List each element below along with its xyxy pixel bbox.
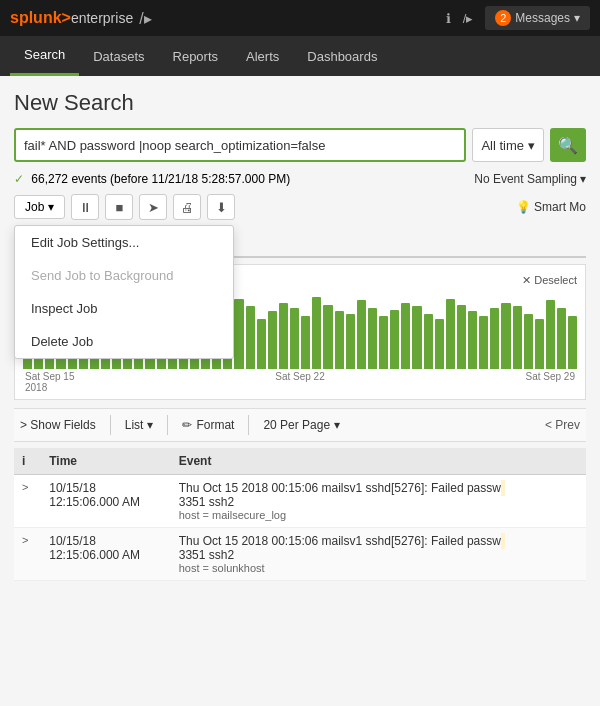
smart-mode[interactable]: 💡 Smart Mo [516,200,586,214]
show-fields-button[interactable]: > Show Fields [14,416,102,434]
print-icon: 🖨 [181,200,194,215]
messages-arrow-icon: ▾ [574,11,580,25]
chart-bar [546,300,555,369]
chart-bar [479,316,488,369]
row-time-1: 10/15/18 12:15:06.000 AM [41,475,171,528]
search-magnifier-icon: 🔍 [558,136,578,155]
tab-dashboards[interactable]: Dashboards [293,36,391,76]
search-icon[interactable]: /▸ [463,11,474,26]
chart-bar [234,299,243,369]
job-dropdown-menu: Edit Job Settings... Send Job to Backgro… [14,225,234,359]
nav-arrow-icon: /▸ [139,9,151,28]
event-count-text: 66,272 events (before 11/21/18 5:28:57.0… [31,172,290,186]
chart-bar [390,310,399,369]
logo: splunk> enterprise /▸ [10,9,158,28]
logo-enterprise: enterprise [71,10,133,26]
chart-bar [246,306,255,369]
search-button[interactable]: 🔍 [550,128,586,162]
info-icon[interactable]: ℹ [446,11,451,26]
row-expand-1[interactable]: > [14,475,41,528]
dropdown-send-background: Send Job to Background [15,259,233,292]
chart-bar [535,319,544,369]
messages-button[interactable]: 2 Messages ▾ [485,6,590,30]
table-row: > 10/15/18 12:15:06.000 AM Thu Oct 15 20… [14,528,586,581]
stop-icon: ■ [115,200,123,215]
deselect-button[interactable]: ✕ Deselect [522,274,577,287]
tab-reports[interactable]: Reports [159,36,233,76]
list-button[interactable]: List [119,416,160,434]
forward-icon: ➤ [148,200,159,215]
sampling-label: No Event Sampling [474,172,577,186]
pause-button[interactable]: ⏸ [71,194,99,220]
search-input[interactable] [24,138,456,153]
row-event-2: Thu Oct 15 2018 00:15:06 mailsv1 sshd[52… [171,528,586,581]
chart-bar [335,311,344,369]
print-button[interactable]: 🖨 [173,194,201,220]
chart-label-2: Sat Sep 22 [275,371,324,393]
prev-button[interactable]: < Prev [539,416,586,434]
tab-alerts[interactable]: Alerts [232,36,293,76]
dropdown-delete-job[interactable]: Delete Job [15,325,233,358]
pause-icon: ⏸ [79,200,92,215]
event-count: ✓ 66,272 events (before 11/21/18 5:28:57… [14,172,290,186]
chart-bar [268,311,277,369]
smart-mode-icon: 💡 [516,200,531,214]
table-row: > 10/15/18 12:15:06.000 AM Thu Oct 15 20… [14,475,586,528]
top-bar: splunk> enterprise /▸ ℹ /▸ 2 Messages ▾ [0,0,600,36]
chart-bar [424,314,433,369]
chart-bar [279,303,288,369]
content-area: New Search All time ▾ 🔍 ✓ 66,272 events … [0,76,600,581]
per-page-button[interactable]: 20 Per Page [257,416,346,434]
list-label: List [125,418,144,432]
results-table: i Time Event > 10/15/18 12:15:06.000 AM … [14,448,586,581]
messages-label: Messages [515,11,570,25]
format-label: Format [196,418,234,432]
chart-bar [501,303,510,369]
no-event-sampling[interactable]: No Event Sampling ▾ [474,172,586,186]
tab-datasets[interactable]: Datasets [79,36,158,76]
job-arrow-icon: ▾ [48,200,54,214]
forward-button[interactable]: ➤ [139,194,167,220]
bottom-toolbar: > Show Fields List ✏ Format 20 Per Page … [14,408,586,442]
top-icons: ℹ /▸ 2 Messages ▾ [446,6,590,30]
row-event-1: Thu Oct 15 2018 00:15:06 mailsv1 sshd[52… [171,475,586,528]
chart-bar [312,297,321,369]
dropdown-edit-job[interactable]: Edit Job Settings... [15,226,233,259]
dropdown-inspect-job[interactable]: Inspect Job [15,292,233,325]
download-button[interactable]: ⬇ [207,194,235,220]
row-expand-2[interactable]: > [14,528,41,581]
tab-search[interactable]: Search [10,36,79,76]
job-button[interactable]: Job ▾ [14,195,65,219]
chart-bar [435,319,444,369]
chart-bar [412,306,421,369]
format-button[interactable]: ✏ Format [176,416,240,434]
page-title: New Search [14,90,586,116]
job-label: Job [25,200,44,214]
messages-badge: 2 [495,10,511,26]
th-info: i [14,448,41,475]
toolbar: Job ▾ Edit Job Settings... Send Job to B… [14,194,586,220]
show-fields-label: > Show Fields [20,418,96,432]
chart-bar [290,308,299,369]
logo-splunk: splunk> [10,9,71,27]
chart-bar [490,308,499,369]
chart-label-3: Sat Sep 29 [526,371,575,393]
smart-mode-label: Smart Mo [534,200,586,214]
stop-button[interactable]: ■ [105,194,133,220]
chart-label-1: Sat Sep 152018 [25,371,74,393]
chart-bar [446,299,455,369]
search-input-wrap[interactable] [14,128,466,162]
chart-bar [257,319,266,369]
chart-labels: Sat Sep 152018 Sat Sep 22 Sat Sep 29 [23,371,577,393]
format-pencil-icon: ✏ [182,418,192,432]
nav-tabs: Search Datasets Reports Alerts Dashboard… [0,36,600,76]
check-icon: ✓ [14,172,24,186]
chart-bar [524,314,533,369]
chart-bar [457,305,466,369]
time-picker-arrow-icon: ▾ [528,138,535,153]
th-time: Time [41,448,171,475]
per-page-label: 20 Per Page [263,418,330,432]
time-picker[interactable]: All time ▾ [472,128,544,162]
chart-bar [379,316,388,369]
chart-bar [368,308,377,369]
